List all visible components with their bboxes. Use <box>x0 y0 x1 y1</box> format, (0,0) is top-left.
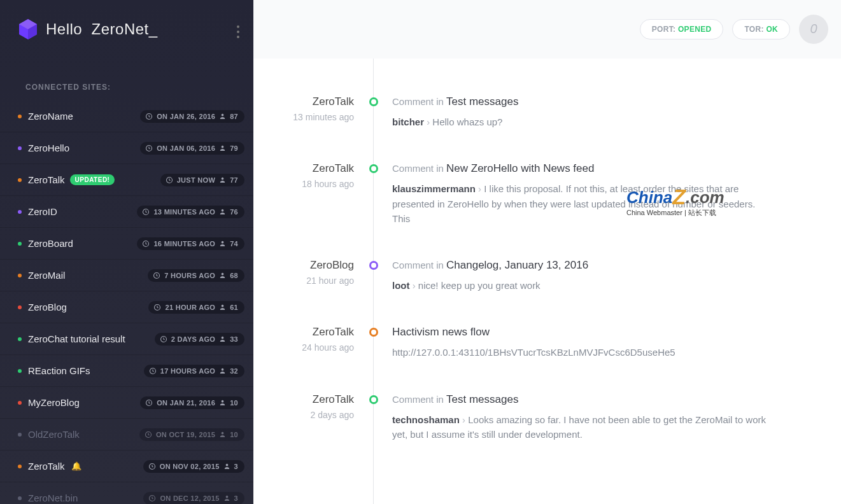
svg-point-24 <box>222 432 224 435</box>
feed-body: klauszimmermann › I like this proposal. … <box>392 181 775 226</box>
ring-icon <box>369 261 378 270</box>
feed-meta: ZeroBlog21 hour ago <box>253 259 365 293</box>
site-time: 13 MINUTES AGO <box>153 208 215 216</box>
feed-body: loot › nice! keep up you great work <box>392 278 775 293</box>
feed-prefix: Comment in <box>392 96 446 107</box>
feed-item[interactable]: ZeroTalk2 days agoComment in Test messag… <box>253 393 841 475</box>
status-dot-icon <box>18 496 22 500</box>
feed-meta: ZeroTalk13 minutes ago <box>253 95 365 129</box>
site-name: ZeroName <box>28 111 73 122</box>
svg-point-8 <box>222 178 224 180</box>
status-dot-icon <box>18 242 22 246</box>
site-time: 2 DAYS AGO <box>171 335 215 343</box>
avatar-glyph: 0 <box>810 22 817 36</box>
site-peers: 79 <box>230 144 238 152</box>
site-name: ZeroTalk <box>28 461 65 472</box>
site-time: ON DEC 12, 2015 <box>160 494 219 502</box>
site-name: OldZeroTalk <box>28 429 80 440</box>
svg-point-4 <box>222 114 224 116</box>
sidebar-site-item[interactable]: ZeroChat tutorial result2 DAYS AGO33 <box>0 323 253 355</box>
feed-content: Hactivism news flowhttp://127.0.0.1:4311… <box>382 326 826 360</box>
feed-item[interactable]: ZeroBlog21 hour agoComment in Changelog,… <box>253 259 841 326</box>
user-icon <box>219 304 226 311</box>
feed-timeline-node <box>365 326 382 360</box>
site-peers: 76 <box>230 208 238 216</box>
sidebar-site-item[interactable]: ZeroBlog21 HOUR AGO61 <box>0 291 253 323</box>
sidebar-site-item[interactable]: ZeroTalkUPDATED!JUST NOW77 <box>0 164 253 196</box>
user-icon <box>223 463 230 470</box>
feed-time: 21 hour ago <box>253 276 354 286</box>
site-time: ON JAN 26, 2016 <box>157 113 215 120</box>
feed-content: Comment in Changelog, January 13, 2016lo… <box>382 259 826 293</box>
site-peers: 3 <box>234 463 238 470</box>
sidebar-site-item[interactable]: OldZeroTalkON OCT 19, 201510 <box>0 419 253 451</box>
tor-status-pill[interactable]: TOR: OK <box>732 19 790 39</box>
clock-icon <box>153 272 160 279</box>
site-time: ON OCT 19, 2015 <box>156 431 215 438</box>
app-title: Hello ZeroNet_ <box>46 20 158 38</box>
site-peers: 10 <box>230 431 238 438</box>
port-status-pill[interactable]: PORT: OPENED <box>640 19 724 39</box>
site-name: ZeroBlog <box>28 302 67 312</box>
feed-author: bitcher <box>392 116 424 127</box>
sidebar-site-item[interactable]: ZeroBoard16 MINUTES AGO74 <box>0 228 253 260</box>
status-dot-icon <box>18 401 22 405</box>
sidebar-site-item[interactable]: ZeroNameON JAN 26, 201687 <box>0 101 253 132</box>
feed-body: technoshaman › Looks amazing so far. I h… <box>392 412 775 442</box>
feed-item[interactable]: ZeroTalk24 hours agoHactivism news flowh… <box>253 326 841 393</box>
svg-point-20 <box>222 368 224 371</box>
clock-icon <box>160 335 167 343</box>
feed-body: http://127.0.0.1:43110/1BHsVTucrTcsKBzLn… <box>392 345 775 360</box>
clock-icon <box>148 494 156 502</box>
clock-icon <box>145 431 152 438</box>
feed-topic: Changelog, January 13, 2016 <box>446 259 588 271</box>
site-peers: 33 <box>230 335 238 343</box>
ring-icon <box>369 328 378 337</box>
port-label: PORT: <box>652 25 676 34</box>
user-icon <box>223 494 230 501</box>
status-dot-icon <box>18 146 22 150</box>
site-peers: 10 <box>230 399 238 407</box>
feed-timeline-node <box>365 162 382 226</box>
feed-topic: Test messages <box>446 95 518 108</box>
feed-item[interactable]: ZeroTalk18 hours agoComment in New ZeroH… <box>253 162 841 259</box>
feed-item[interactable]: ZeroTalk13 minutes agoComment in Test me… <box>253 95 841 162</box>
feed-title: Comment in New ZeroHello with News feed <box>392 162 775 175</box>
site-name: ZeroTalk <box>28 174 65 185</box>
feed-topic: New ZeroHello with News feed <box>446 162 594 174</box>
site-peers: 68 <box>230 272 238 279</box>
sidebar-site-item[interactable]: REaction GIFs17 HOURS AGO32 <box>0 355 253 387</box>
sidebar-site-item[interactable]: ZeroID13 MINUTES AGO76 <box>0 196 253 228</box>
feed-time: 24 hours ago <box>253 342 354 353</box>
svg-point-6 <box>222 146 224 148</box>
more-menu-button[interactable] <box>237 23 239 41</box>
site-time: 17 HOURS AGO <box>160 367 215 375</box>
feed-text: nice! keep up you great work <box>418 280 541 291</box>
feed-content: Comment in New ZeroHello with News feedk… <box>382 162 826 226</box>
site-name: ZeroChat tutorial result <box>28 333 125 344</box>
feed-source: ZeroBlog <box>253 259 354 272</box>
site-meta-pill: ON DEC 12, 20153 <box>143 492 244 505</box>
sidebar-site-item[interactable]: ZeroTalk🔔ON NOV 02, 20153 <box>0 451 253 482</box>
site-meta-pill: JUST NOW77 <box>160 174 244 186</box>
user-icon <box>219 208 226 215</box>
site-name: REaction GIFs <box>28 365 90 376</box>
feed-text: http://127.0.0.1:43110/1BHsVTucrTcsKBzLn… <box>392 347 675 358</box>
site-name: MyZeroBlog <box>28 397 80 408</box>
feed-prefix: Comment in <box>392 260 446 270</box>
site-peers: 61 <box>230 304 238 311</box>
feed-title: Comment in Changelog, January 13, 2016 <box>392 259 775 272</box>
feed-source: ZeroTalk <box>253 326 354 339</box>
user-icon <box>219 240 226 247</box>
site-name: ZeroID <box>28 206 57 217</box>
avatar[interactable]: 0 <box>799 15 828 44</box>
status-dot-icon <box>18 465 22 468</box>
status-dot-icon <box>18 210 22 214</box>
sidebar-site-item[interactable]: ZeroNet.binON DEC 12, 20153 <box>0 482 253 504</box>
sidebar-site-item[interactable]: MyZeroBlogON JAN 21, 201610 <box>0 387 253 419</box>
sidebar-site-item[interactable]: ZeroMail7 HOURS AGO68 <box>0 260 253 291</box>
ring-icon <box>369 395 378 404</box>
user-icon <box>219 367 226 374</box>
sidebar-site-item[interactable]: ZeroHelloON JAN 06, 201679 <box>0 132 253 164</box>
user-icon <box>219 335 226 342</box>
